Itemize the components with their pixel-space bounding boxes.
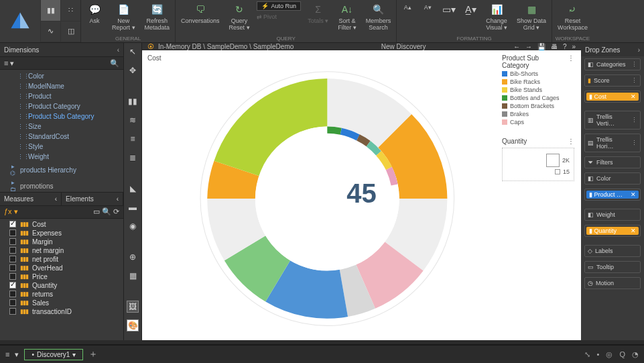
members-search-button[interactable]: 🔍Members Search — [363, 1, 394, 32]
dimension-item[interactable]: ⋮⋮Weight — [0, 152, 123, 162]
dimension-item[interactable]: ⋮⋮StandardCost — [0, 132, 123, 142]
view-grid-icon[interactable]: ◫ — [60, 21, 80, 43]
dimension-item[interactable]: ⋮⋮Style — [0, 142, 123, 152]
format-dropdown[interactable]: ▭▾ — [440, 1, 458, 17]
move-tool-icon[interactable]: ✥ — [127, 64, 139, 76]
measure-item[interactable]: ▮▮▮OverHead — [0, 264, 123, 272]
pointer-tool-icon[interactable]: ↖ — [127, 46, 139, 58]
search-icon[interactable]: 🔍 — [110, 59, 119, 68]
measure-item[interactable]: ▮▮▮Cost — [0, 220, 123, 229]
print-icon[interactable]: 🖶 — [551, 43, 558, 50]
sort-filter-button[interactable]: A↓Sort & Filter ▾ — [335, 1, 359, 32]
view-chart-icon[interactable]: ▮▮ — [40, 0, 60, 21]
breadcrumb-path[interactable]: In-Memory DB \ SampleDemo \ SampleDemo — [158, 43, 294, 50]
pivot-button[interactable]: ⇄ Pivot — [257, 12, 302, 20]
view-link-icon[interactable]: ∿ — [40, 21, 60, 43]
dz-tooltip[interactable]: ▭Tooltip — [584, 261, 641, 273]
remove-chip-icon[interactable]: ✕ — [631, 191, 636, 198]
dimension-item[interactable]: ⋮⋮ModelName — [0, 81, 123, 91]
conversations-button[interactable]: 🗨Conversations — [178, 1, 222, 25]
measures-tools[interactable]: ▭ 🔍 ⟳ — [93, 207, 119, 216]
legend-item[interactable]: Bike Racks — [502, 79, 574, 85]
ask-button[interactable]: 💬Ask — [84, 1, 105, 25]
totals-button[interactable]: ΣTotals ▾ — [305, 1, 331, 25]
discovery-tab[interactable]: •Discovery1▾ — [24, 349, 83, 360]
chart-canvas[interactable]: Cost — [142, 50, 581, 340]
measure-item[interactable]: ▮▮▮net margin — [0, 246, 123, 255]
target-icon[interactable]: ◎ — [606, 350, 613, 359]
measure-item[interactable]: ▮▮▮Expenses — [0, 229, 123, 238]
line-chart-icon[interactable]: ≋ — [127, 114, 139, 126]
reset-workspace-button[interactable]: ⤾Reset Workspace — [555, 1, 590, 32]
measures-header[interactable]: Measures‹ — [0, 193, 62, 205]
autorun-toggle[interactable]: ⚡Auto Run — [257, 1, 302, 11]
legend-item[interactable]: Bottles and Cages — [502, 95, 574, 101]
area-chart-icon[interactable]: ◣ — [127, 183, 139, 195]
dz-color[interactable]: ◧Color — [584, 172, 641, 185]
dropdown-icon[interactable]: ▾ — [15, 350, 19, 359]
link-icon[interactable]: ⤡ — [584, 350, 590, 359]
bar-chart-icon[interactable]: ▮▮ — [127, 95, 139, 107]
drop-zones-header[interactable]: Drop Zones› — [581, 43, 644, 56]
measure-item[interactable]: ▮▮▮returns — [0, 290, 123, 299]
elements-header[interactable]: Elements‹ — [62, 193, 123, 205]
measure-item[interactable]: ▮▮▮Sales — [0, 299, 123, 307]
measure-item[interactable]: ▮▮▮net profit — [0, 255, 123, 264]
legend-menu-icon[interactable]: ⋮ — [568, 138, 574, 145]
show-data-grid-button[interactable]: ▦Show Data Grid ▾ — [514, 1, 549, 32]
legend-item[interactable]: Brakes — [502, 111, 574, 117]
dz-labels[interactable]: ◇Labels — [584, 245, 641, 257]
measure-item[interactable]: ▮▮▮Price — [0, 272, 123, 281]
view-scatter-icon[interactable]: ∷ — [60, 0, 80, 21]
align-icon[interactable]: ≣ — [127, 152, 139, 164]
add-tab-button[interactable]: ＋ — [88, 348, 98, 360]
font-decrease-button[interactable]: A▾ — [420, 1, 436, 12]
dimension-item[interactable]: ⋮⋮Color — [0, 71, 123, 81]
dz-filters[interactable]: ⏷Filters — [584, 156, 641, 168]
remove-chip-icon[interactable]: ✕ — [631, 93, 636, 100]
refresh-metadata-button[interactable]: 🔄Refresh Metadata — [142, 1, 173, 32]
dimension-item[interactable]: ⋮⋮Size — [0, 121, 123, 132]
stacked-chart-icon[interactable]: ▬ — [127, 201, 139, 213]
dz-trellis-vert[interactable]: ▥Trellis Verti…⋮ — [584, 111, 641, 129]
help-icon[interactable]: ? — [563, 43, 567, 50]
dimension-item[interactable]: ⋮⋮Product Category — [0, 101, 123, 111]
globe-icon[interactable]: ⊕ — [127, 251, 139, 263]
dimension-item[interactable]: ▸ 🗀promotions — [0, 178, 123, 192]
save-icon[interactable]: 💾 — [537, 43, 545, 50]
measure-item[interactable]: ▮▮▮Quantity — [0, 281, 123, 290]
dz-score-chip[interactable]: ▮ Cost✕ — [584, 91, 641, 103]
dz-score[interactable]: ▮Score⋮ — [584, 74, 641, 87]
table-icon[interactable]: ≡ — [127, 133, 139, 145]
dz-color-chip[interactable]: ▮ Product …✕ — [584, 189, 641, 201]
dimension-item[interactable]: ⋮⋮Product — [0, 91, 123, 101]
dz-trellis-horiz[interactable]: ▤Trellis Hori…⋮ — [584, 134, 641, 152]
measure-item[interactable]: ▮▮▮Margin — [0, 238, 123, 246]
align-dropdown[interactable]: A̲▾ — [462, 1, 479, 17]
legend-item[interactable]: Caps — [502, 119, 574, 125]
dz-weight-chip[interactable]: ▮ Quantity✕ — [584, 225, 641, 237]
nav-forward-icon[interactable]: → — [525, 43, 532, 50]
list-icon[interactable]: ≡ ▾ — [4, 59, 14, 68]
collapse-icon[interactable]: ‹ — [117, 46, 119, 54]
menu-icon[interactable]: ≡ — [5, 350, 9, 358]
dz-categories[interactable]: ◧Categories⋮ — [584, 58, 641, 70]
change-visual-button[interactable]: 📊Change Visual ▾ — [483, 1, 510, 32]
dz-motion[interactable]: ◷Motion — [584, 277, 641, 289]
fx-icon[interactable]: ƒx ▾ — [4, 207, 18, 216]
remove-chip-icon[interactable]: ✕ — [631, 227, 636, 234]
legend-item[interactable]: Bottom Brackets — [502, 103, 574, 109]
expand-icon[interactable]: » — [572, 43, 576, 50]
search-footer-icon[interactable]: Q — [619, 350, 625, 359]
timer-icon[interactable]: ◔ — [632, 350, 639, 359]
font-increase-button[interactable]: A▴ — [399, 1, 415, 12]
legend-item[interactable]: Bike Stands — [502, 87, 574, 93]
new-report-button[interactable]: 📄New Report ▾ — [109, 1, 138, 32]
legend-item[interactable]: Bib-Shorts — [502, 70, 574, 77]
measure-item[interactable]: ▮▮▮transactionID — [0, 307, 123, 316]
image-tool-icon[interactable]: 🖼 — [127, 301, 139, 313]
color-tool-icon[interactable]: 🎨 — [127, 319, 139, 331]
nav-back-icon[interactable]: ← — [513, 43, 520, 50]
dimensions-header[interactable]: Dimensions‹ — [0, 43, 123, 56]
legend-menu-icon[interactable]: ⋮ — [568, 54, 574, 69]
